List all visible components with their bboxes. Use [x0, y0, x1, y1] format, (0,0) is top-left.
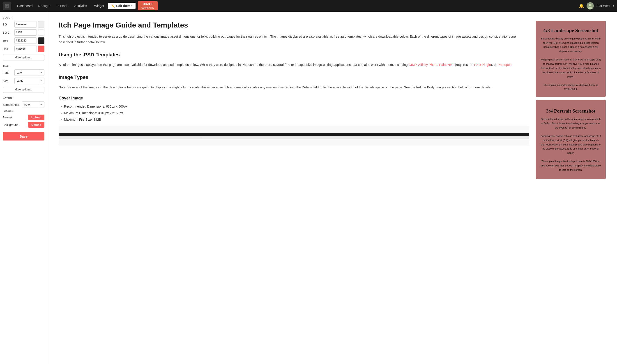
- layout-section-title: LAYOUT: [3, 97, 44, 99]
- list-item: Recommended Dimensions: 630px x 500px: [64, 104, 529, 109]
- text-color-label: Text: [3, 39, 13, 42]
- background-upload-button[interactable]: Upload: [28, 122, 44, 128]
- page-title: Itch Page Image Guide and Templates: [59, 21, 529, 29]
- intro-paragraph: This itch project is intended to serve a…: [59, 34, 529, 45]
- svg-rect-1: [6, 5, 8, 5]
- banner-upload-button[interactable]: Upload: [28, 115, 44, 120]
- bg2-label: BG 2: [3, 31, 13, 34]
- nav-widget[interactable]: Widget: [91, 3, 107, 9]
- list-item: Maximum Dimensions: 3840px x 2160px: [64, 110, 529, 116]
- screenshot-nav-bar: [59, 133, 529, 136]
- text-hex-input[interactable]: [15, 38, 37, 43]
- bg-label: BG: [3, 23, 13, 26]
- nav-analytics[interactable]: Analytics: [71, 3, 90, 9]
- avatar[interactable]: [587, 2, 594, 10]
- text-more-options-button[interactable]: More options...: [3, 87, 44, 92]
- main-content: Itch Page Image Guide and Templates This…: [47, 12, 617, 364]
- nav-manage-label: Manage:: [37, 3, 52, 9]
- link-color-row: Link ⊞: [3, 46, 44, 52]
- preview-card-2-body: Screenshots display on the game page at …: [540, 117, 601, 172]
- text-color-row: Text ⊞: [3, 38, 44, 44]
- using-psd-paragraph: All of the images displayed on this page…: [59, 62, 529, 68]
- nav-edit-theme[interactable]: ✏️ Edit theme: [108, 3, 136, 9]
- bg-color-input-wrap[interactable]: ⊞: [14, 21, 37, 27]
- nav-dashboard[interactable]: Dashboard: [14, 3, 36, 9]
- sidebar: COLOR BG ⊞ BG 2 ⊞ Text ⊞: [0, 12, 47, 364]
- list-item: Maximum File Size: 3 MB: [64, 117, 529, 122]
- size-select[interactable]: Large ▾: [14, 78, 44, 84]
- screenshots-chevron-icon: ▾: [38, 102, 44, 108]
- bg2-hex-input[interactable]: [15, 29, 37, 35]
- screenshots-value: Auto: [22, 103, 38, 106]
- save-button[interactable]: Save: [3, 132, 44, 141]
- screenshots-select[interactable]: Auto ▾: [22, 102, 44, 108]
- app-layout: COLOR BG ⊞ BG 2 ⊞ Text ⊞: [0, 12, 617, 364]
- images-section-title: IMAGES: [3, 110, 44, 112]
- gimp-link[interactable]: GIMP: [409, 63, 416, 66]
- color-section-title: COLOR: [3, 16, 44, 19]
- screenshots-row: Screenshots Auto ▾: [3, 102, 44, 108]
- font-select[interactable]: Lato ▾: [14, 69, 44, 76]
- pencil-icon: ✏️: [111, 4, 115, 8]
- images-section: IMAGES Banner Upload Background Upload: [3, 110, 44, 128]
- preview-card-portrait: 3:4 Portrait Screenshot Screenshots disp…: [536, 100, 606, 179]
- bg-color-swatch[interactable]: [38, 21, 44, 27]
- banner-label: Banner: [3, 116, 26, 119]
- link-color-input-wrap[interactable]: ⊞: [14, 46, 37, 52]
- cover-image-heading: Cover Image: [59, 95, 529, 102]
- logo[interactable]: [3, 1, 11, 10]
- link-color-label: Link: [3, 47, 13, 51]
- content-right: 4:3 Landscape Screenshot Screenshots dis…: [536, 21, 606, 351]
- size-value: Large: [15, 79, 38, 82]
- text-section: TEXT Font Lato ▾ Size Large ▾ More optio…: [3, 65, 44, 96]
- photopea-link[interactable]: Photopea: [498, 63, 512, 66]
- text-section-title: TEXT: [3, 65, 44, 67]
- draft-label: DRAFT: [141, 2, 154, 6]
- svg-point-5: [589, 4, 591, 6]
- content-left: Itch Page Image Guide and Templates This…: [59, 21, 529, 351]
- nav-edit-tool[interactable]: Edit tool: [52, 3, 70, 9]
- svg-rect-2: [6, 6, 7, 6]
- page-body: This itch project is intended to serve a…: [59, 34, 529, 146]
- size-label: Size: [3, 79, 13, 83]
- nav-right: 🔔 Star West ▾: [579, 2, 614, 10]
- banner-row: Banner Upload: [3, 115, 44, 120]
- screenshot-placeholder: [59, 126, 529, 146]
- text-color-swatch[interactable]: [38, 38, 44, 44]
- background-label: Background: [3, 123, 26, 127]
- preview-card-1-body: Screenshots display on the game page at …: [540, 37, 601, 91]
- secret-url-label: Secret URL: [141, 6, 154, 9]
- affinity-link[interactable]: Affinity Photo: [418, 63, 437, 66]
- bg2-color-row: BG 2 ⊞: [3, 29, 44, 36]
- layout-section: LAYOUT Screenshots Auto ▾: [3, 97, 44, 108]
- bg2-color-input-wrap[interactable]: ⊞: [14, 29, 37, 36]
- link-hex-input[interactable]: [15, 46, 37, 52]
- psd-plugin-link[interactable]: PSD Plugin: [474, 63, 491, 66]
- svg-rect-3: [6, 7, 8, 7]
- notification-bell-icon[interactable]: 🔔: [579, 3, 584, 8]
- screenshot-content-mini: [202, 137, 527, 138]
- screenshot-sidebar-mini: [60, 137, 201, 138]
- size-chevron-icon: ▾: [38, 78, 44, 84]
- screenshot-inner: [59, 133, 529, 139]
- background-row: Background Upload: [3, 122, 44, 128]
- size-row: Size Large ▾: [3, 78, 44, 84]
- text-color-input-wrap[interactable]: ⊞: [14, 38, 37, 44]
- font-row: Font Lato ▾: [3, 69, 44, 76]
- link-color-swatch[interactable]: [38, 46, 44, 52]
- font-label: Font: [3, 71, 13, 74]
- bg2-color-swatch[interactable]: [38, 29, 44, 36]
- font-chevron-icon: ▾: [38, 69, 44, 76]
- screenshot-body: [59, 136, 529, 139]
- paintnet-link[interactable]: Paint.NET: [439, 63, 454, 66]
- color-more-options-button[interactable]: More options...: [3, 55, 44, 60]
- bg-hex-input[interactable]: [15, 21, 37, 27]
- screenshots-label: Screenshots: [3, 103, 21, 106]
- preview-card-2-title: 3:4 Portrait Screenshot: [540, 108, 601, 114]
- bg-color-row: BG ⊞: [3, 21, 44, 27]
- chevron-down-icon[interactable]: ▾: [613, 4, 614, 7]
- cover-bullets-list: Recommended Dimensions: 630px x 500px Ma…: [59, 104, 529, 122]
- font-value: Lato: [15, 71, 38, 74]
- draft-button[interactable]: DRAFT Secret URL: [138, 1, 158, 10]
- username[interactable]: Star West: [596, 4, 610, 8]
